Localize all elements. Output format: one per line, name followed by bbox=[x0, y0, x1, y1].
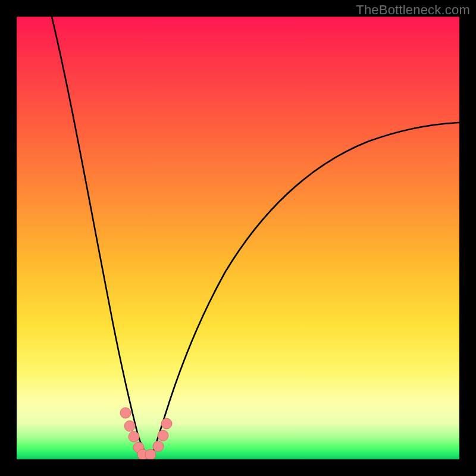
marker-dot bbox=[129, 431, 139, 442]
marker-dot bbox=[145, 449, 156, 459]
curve-left-branch bbox=[52, 17, 149, 457]
valid-zone-markers bbox=[120, 408, 172, 459]
chart-frame: TheBottleneck.com bbox=[0, 0, 476, 476]
watermark-text: TheBottleneck.com bbox=[356, 2, 470, 18]
marker-dot bbox=[158, 430, 168, 441]
plot-area bbox=[17, 17, 459, 459]
marker-dot bbox=[124, 421, 135, 431]
curves-layer bbox=[17, 17, 459, 459]
marker-dot bbox=[120, 408, 131, 418]
marker-dot bbox=[153, 441, 164, 452]
curve-right-branch bbox=[151, 123, 459, 457]
marker-dot bbox=[161, 418, 172, 429]
